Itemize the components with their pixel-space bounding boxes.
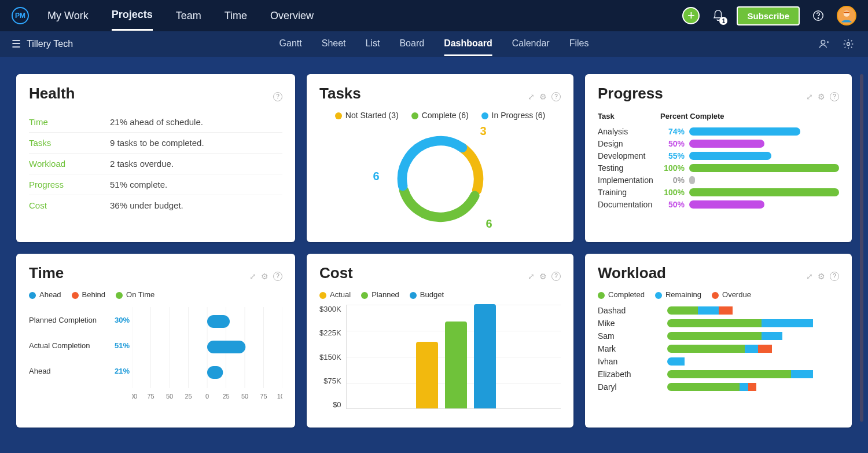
scrollbar[interactable]	[860, 74, 863, 422]
progress-row: Testing 100%	[598, 163, 839, 173]
gear-icon[interactable]: ⚙	[539, 272, 547, 281]
topbar: PM My WorkProjectsTeamTimeOverview + 1 S…	[0, 0, 868, 31]
time-pct: 51%	[109, 341, 132, 350]
nav-item-overview[interactable]: Overview	[270, 2, 314, 30]
workload-legend: CompletedRemainingOverdue	[598, 290, 839, 299]
view-tab-board[interactable]: Board	[399, 32, 424, 56]
card-title: Progress	[598, 85, 663, 103]
main-nav: My WorkProjectsTeamTimeOverview	[47, 1, 314, 31]
health-value: 2 tasks overdue.	[110, 159, 174, 169]
help-icon[interactable]: ?	[551, 92, 561, 101]
settings-icon[interactable]	[840, 36, 856, 52]
time-legend: AheadBehindOn Time	[29, 290, 282, 299]
gear-icon[interactable]: ⚙	[818, 272, 825, 281]
logo-text: PM	[15, 12, 25, 20]
help-icon[interactable]: ?	[273, 92, 282, 101]
progress-task: Documentation	[598, 200, 660, 209]
health-label: Tasks	[29, 138, 110, 148]
expand-icon[interactable]: ⤢	[806, 92, 813, 101]
svg-text:50: 50	[166, 393, 173, 400]
subscribe-button[interactable]: Subscribe	[737, 6, 800, 25]
help-icon[interactable]: ?	[830, 92, 839, 101]
card-title: Time	[29, 264, 64, 282]
expand-icon[interactable]: ⤢	[249, 272, 256, 281]
view-tab-dashboard[interactable]: Dashboard	[444, 32, 492, 56]
user-avatar[interactable]	[837, 6, 856, 25]
legend-item: Planned	[361, 290, 399, 299]
progress-pct: 50%	[660, 139, 689, 148]
progress-row: Training 100%	[598, 188, 839, 197]
time-pct: 30%	[109, 316, 132, 324]
workload-name: Daryl	[598, 382, 667, 392]
progress-row: Design 50%	[598, 139, 839, 148]
view-tab-calendar[interactable]: Calendar	[512, 32, 550, 56]
card-progress: Progress ⤢ ⚙ ? Task Percent Complete Ana…	[585, 74, 852, 242]
progress-row: Development 55%	[598, 151, 839, 160]
project-breadcrumb: ☰ Tillery Tech	[12, 38, 73, 50]
cost-bar-planned	[445, 322, 467, 408]
menu-icon[interactable]: ☰	[12, 38, 21, 50]
legend-item: Completed	[598, 290, 645, 299]
progress-task: Implementation	[598, 176, 660, 185]
tasks-legend: Not Started (3)Complete (6)In Progress (…	[319, 111, 561, 120]
legend-item: Overdue	[712, 290, 751, 299]
sub-header-right	[816, 36, 856, 52]
workload-rows: DashadMikeSamMarkIvhanElizabethDaryl	[598, 302, 839, 395]
nav-item-team[interactable]: Team	[176, 2, 201, 30]
progress-task: Training	[598, 188, 660, 197]
progress-bar	[689, 188, 839, 196]
nav-item-my-work[interactable]: My Work	[47, 2, 89, 30]
expand-icon[interactable]: ⤢	[806, 272, 813, 281]
legend-item: Budget	[410, 290, 444, 299]
svg-text:100: 100	[277, 393, 282, 400]
legend-item: On Time	[116, 290, 155, 299]
time-label: Ahead	[29, 367, 109, 375]
progress-header: Task Percent Complete	[598, 112, 839, 120]
workload-name: Dashad	[598, 306, 667, 315]
tasks-donut: 3 6 6	[377, 123, 504, 234]
health-row: Time21% ahead of schedule.	[29, 112, 282, 133]
view-tab-list[interactable]: List	[366, 32, 380, 56]
app-logo[interactable]: PM	[12, 7, 29, 24]
workload-row: Mike	[598, 319, 839, 328]
view-tab-sheet[interactable]: Sheet	[322, 32, 346, 56]
progress-row: Documentation 50%	[598, 200, 839, 209]
notifications-icon[interactable]: 1	[710, 8, 726, 24]
sub-header: ☰ Tillery Tech GanttSheetListBoardDashbo…	[0, 31, 868, 57]
time-row: Ahead21%	[29, 358, 132, 383]
svg-rect-18	[207, 315, 230, 328]
gear-icon[interactable]: ⚙	[261, 272, 269, 281]
expand-icon[interactable]: ⤢	[528, 272, 535, 281]
progress-bar	[689, 127, 839, 136]
workload-row: Sam	[598, 331, 839, 341]
workload-bar	[667, 345, 839, 353]
workload-name: Mark	[598, 344, 667, 353]
workload-bar	[667, 357, 839, 366]
nav-item-time[interactable]: Time	[225, 2, 247, 30]
time-bars: 1007550250255075100	[132, 307, 282, 411]
progress-pct: 55%	[660, 151, 689, 160]
legend-item: Ahead	[29, 290, 61, 299]
cost-legend: ActualPlannedBudget	[319, 290, 561, 299]
health-label: Workload	[29, 159, 110, 169]
help-icon[interactable]: ?	[551, 272, 561, 281]
gear-icon[interactable]: ⚙	[818, 92, 825, 101]
expand-icon[interactable]: ⤢	[528, 92, 535, 101]
help-icon[interactable]: ?	[830, 272, 839, 281]
health-label: Progress	[29, 180, 110, 189]
gear-icon[interactable]: ⚙	[539, 92, 547, 101]
help-icon[interactable]	[810, 8, 826, 24]
progress-rows: Analysis 74% Design 50% Development 55% …	[598, 124, 839, 212]
ytick: $225K	[319, 328, 341, 337]
svg-text:75: 75	[147, 393, 154, 400]
svg-point-5	[847, 43, 850, 46]
workload-row: Ivhan	[598, 357, 839, 366]
progress-bar	[689, 200, 839, 209]
add-button[interactable]: +	[682, 7, 700, 24]
help-icon[interactable]: ?	[273, 272, 282, 281]
card-cost: Cost ⤢ ⚙ ? ActualPlannedBudget $300K$225…	[307, 254, 573, 428]
view-tab-files[interactable]: Files	[569, 32, 589, 56]
nav-item-projects[interactable]: Projects	[112, 1, 153, 31]
view-tab-gantt[interactable]: Gantt	[279, 32, 302, 56]
add-member-icon[interactable]	[816, 36, 832, 52]
